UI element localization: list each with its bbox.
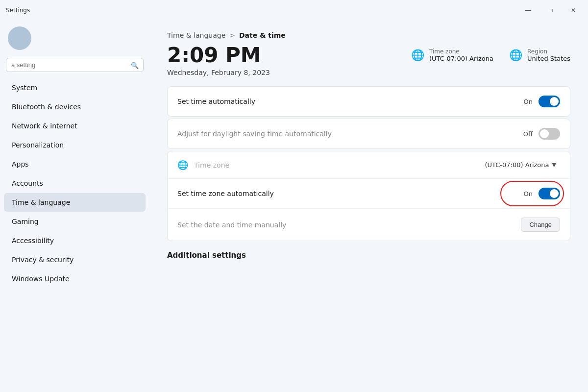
main-content: Time & language > Date & time 2:09 PM We… xyxy=(149,18,588,392)
adjust-daylight-toggle[interactable] xyxy=(539,128,560,140)
time-display: 2:09 PM xyxy=(167,44,270,67)
timezone-select-value: (UTC-07:00) Arizona xyxy=(485,161,549,169)
close-button[interactable]: ✕ xyxy=(563,3,584,18)
set-timezone-auto-row: Set time zone automatically On xyxy=(168,179,570,209)
change-button[interactable]: Change xyxy=(521,218,560,232)
adjust-daylight-toggle-label: Off xyxy=(523,130,533,138)
sidebar-item-windows-update[interactable]: Windows Update xyxy=(4,270,146,288)
set-time-auto-toggle[interactable] xyxy=(539,96,560,107)
breadcrumb-chevron: > xyxy=(229,31,235,39)
set-time-auto-label: Set time automatically xyxy=(177,98,255,105)
settings-card-1: Set time automatically On xyxy=(167,86,570,117)
sidebar-item-accessibility[interactable]: Accessibility xyxy=(4,231,146,250)
avatar xyxy=(8,26,31,50)
timezone-row-label: Time zone xyxy=(194,161,481,169)
adjust-daylight-row: Adjust for daylight saving time automati… xyxy=(168,119,570,148)
timezone-select[interactable]: (UTC-07:00) Arizona ▼ xyxy=(481,159,560,171)
sidebar-item-gaming[interactable]: Gaming xyxy=(4,212,146,231)
sidebar-item-accounts[interactable]: Accounts xyxy=(4,174,146,193)
adjust-daylight-toggle-track xyxy=(539,128,560,140)
sidebar-item-apps[interactable]: Apps xyxy=(4,155,146,173)
sidebar-item-privacy-security[interactable]: Privacy & security xyxy=(4,250,146,269)
set-time-auto-right: On xyxy=(524,96,560,107)
search-icon: 🔍 xyxy=(131,61,139,69)
set-timezone-auto-toggle[interactable] xyxy=(539,188,560,199)
app-title: Settings xyxy=(6,7,30,14)
set-time-auto-toggle-label: On xyxy=(524,98,533,105)
maximize-button[interactable]: □ xyxy=(540,3,562,18)
additional-settings-heading: Additional settings xyxy=(167,251,570,260)
adjust-daylight-toggle-thumb xyxy=(540,129,549,138)
timezone-meta-label: Time zone xyxy=(429,48,493,55)
minimize-button[interactable]: — xyxy=(517,3,539,18)
sidebar-item-personalization[interactable]: Personalization xyxy=(4,136,146,154)
time-block: 2:09 PM Wednesday, February 8, 2023 xyxy=(167,44,270,76)
titlebar: Settings — □ ✕ xyxy=(0,0,588,18)
adjust-daylight-right: Off xyxy=(523,128,560,140)
region-meta-label: Region xyxy=(527,48,570,55)
breadcrumb-parent[interactable]: Time & language xyxy=(167,31,225,39)
sidebar-item-time-language[interactable]: Time & language xyxy=(4,193,146,212)
settings-card-3: 🌐 Time zone (UTC-07:00) Arizona ▼ Set ti… xyxy=(167,151,570,241)
set-timezone-auto-toggle-track xyxy=(539,188,560,199)
region-meta: 🌐 Region United States xyxy=(509,48,570,62)
region-meta-value: United States xyxy=(527,55,570,62)
set-date-manual-row: Set the date and time manually Change xyxy=(168,209,570,241)
sidebar-item-network[interactable]: Network & internet xyxy=(4,117,146,135)
nav-list: SystemBluetooth & devicesNetwork & inter… xyxy=(0,78,149,289)
breadcrumb: Time & language > Date & time xyxy=(167,31,570,39)
time-meta: 🌐 Time zone (UTC-07:00) Arizona 🌐 Region… xyxy=(411,48,570,62)
timezone-meta-value: (UTC-07:00) Arizona xyxy=(429,55,493,62)
set-time-auto-toggle-track xyxy=(539,96,560,107)
timezone-meta: 🌐 Time zone (UTC-07:00) Arizona xyxy=(411,48,493,62)
set-time-auto-toggle-thumb xyxy=(550,97,559,106)
search-input[interactable] xyxy=(6,58,144,72)
date-display: Wednesday, February 8, 2023 xyxy=(167,69,270,76)
adjust-daylight-label: Adjust for daylight saving time automati… xyxy=(177,130,332,138)
set-timezone-auto-label: Set time zone automatically xyxy=(177,190,274,197)
search-container: 🔍 xyxy=(6,58,144,72)
set-time-auto-row: Set time automatically On xyxy=(168,87,570,116)
set-timezone-auto-toggle-label: On xyxy=(524,190,533,197)
timezone-row-icon: 🌐 xyxy=(177,160,188,170)
settings-card-2: Adjust for daylight saving time automati… xyxy=(167,119,570,149)
timezone-row: 🌐 Time zone (UTC-07:00) Arizona ▼ xyxy=(168,151,570,179)
set-timezone-auto-toggle-thumb xyxy=(550,189,559,198)
sidebar-item-bluetooth[interactable]: Bluetooth & devices xyxy=(4,98,146,116)
sidebar-item-system[interactable]: System xyxy=(4,78,146,97)
time-header: 2:09 PM Wednesday, February 8, 2023 🌐 Ti… xyxy=(167,44,570,76)
region-globe-icon: 🌐 xyxy=(509,49,522,61)
timezone-globe-icon: 🌐 xyxy=(411,49,424,61)
chevron-down-icon: ▼ xyxy=(552,162,556,168)
breadcrumb-current: Date & time xyxy=(239,31,286,39)
app-body: 🔍 SystemBluetooth & devicesNetwork & int… xyxy=(0,18,588,392)
window-controls: — □ ✕ xyxy=(517,3,584,18)
sidebar: 🔍 SystemBluetooth & devicesNetwork & int… xyxy=(0,18,149,392)
set-date-manual-label: Set the date and time manually xyxy=(177,221,286,229)
set-timezone-auto-right: On xyxy=(524,188,560,199)
